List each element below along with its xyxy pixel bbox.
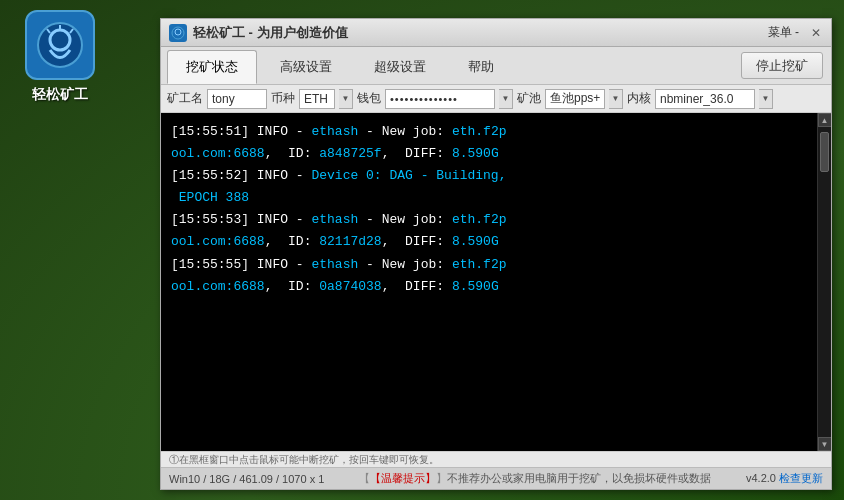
form-bar: 矿工名 币种 ▼ 钱包 ▼ 矿池 ▼ 内核 ▼ [161,85,831,113]
scrollbar-thumb[interactable] [820,132,829,172]
title-bar-left: 轻松矿工 - 为用户创造价值 [169,24,348,42]
console-line: [15:55:52] INFO - Device 0: DAG - Buildi… [171,165,807,187]
bottom-notice: ①在黑框窗口中点击鼠标可能中断挖矿，按回车键即可恢复。 [161,451,831,467]
sys-info: Win10 / 18G / 461.09 / 1070 x 1 [169,473,324,485]
console-line: [15:55:53] INFO - ethash - New job: eth.… [171,209,807,231]
status-bar: Win10 / 18G / 461.09 / 1070 x 1 【【温馨提示】】… [161,467,831,489]
warning-text: 不推荐办公或家用电脑用于挖矿，以免损坏硬件或数据 [447,472,711,484]
nav-bar: 挖矿状态 高级设置 超级设置 帮助 停止挖矿 [161,47,831,85]
console-line: [15:55:51] INFO - ethash - New job: eth.… [171,121,807,143]
scrollbar-up[interactable]: ▲ [818,113,832,127]
app-icon-label: 轻松矿工 [32,86,88,104]
tab-help-label: 帮助 [468,58,494,76]
tab-mining-status-label: 挖矿状态 [186,58,238,76]
coin-label: 币种 [271,90,295,107]
check-update-link[interactable]: 检查更新 [779,472,823,484]
console-line: ool.com:6688, ID: 0a874038, DIFF: 8.590G [171,276,807,298]
title-bar: 轻松矿工 - 为用户创造价值 菜单 - ✕ [161,19,831,47]
console-line: EPOCH 388 [171,187,807,209]
tab-super-settings[interactable]: 超级设置 [355,50,445,84]
wallet-dropdown-arrow[interactable]: ▼ [499,89,513,109]
console-line: [15:55:55] INFO - ethash - New job: eth.… [171,254,807,276]
app-icon-container: 轻松矿工 [10,10,110,104]
wallet-input[interactable] [385,89,495,109]
main-window: 轻松矿工 - 为用户创造价值 菜单 - ✕ 挖矿状态 高级设置 超级设置 帮助 … [160,18,832,490]
console-area: [15:55:51] INFO - ethash - New job: eth.… [161,113,831,451]
console-line: ool.com:6688, ID: a848725f, DIFF: 8.590G [171,143,807,165]
pool-dropdown-arrow[interactable]: ▼ [609,89,623,109]
coin-dropdown-arrow[interactable]: ▼ [339,89,353,109]
tab-advanced-settings[interactable]: 高级设置 [261,50,351,84]
warning-bracket-open: 【 [359,472,370,484]
stop-mining-button[interactable]: 停止挖矿 [741,52,823,79]
core-input[interactable] [655,89,755,109]
title-bar-right: 菜单 - ✕ [768,24,823,41]
pool-input[interactable] [545,89,605,109]
pool-label: 矿池 [517,90,541,107]
tab-advanced-settings-label: 高级设置 [280,58,332,76]
warning-prefix: 【温馨提示】 [370,472,436,484]
miner-name-input[interactable] [207,89,267,109]
scrollbar-track[interactable] [818,127,831,437]
close-button[interactable]: ✕ [809,26,823,40]
console-line: ool.com:6688, ID: 82117d28, DIFF: 8.590G [171,231,807,253]
tab-help[interactable]: 帮助 [449,50,513,84]
coin-input[interactable] [299,89,335,109]
scrollbar[interactable]: ▲ ▼ [817,113,831,451]
console-content: [15:55:51] INFO - ethash - New job: eth.… [161,113,817,451]
tab-mining-status[interactable]: 挖矿状态 [167,50,257,84]
title-icon [169,24,187,42]
window-title: 轻松矿工 - 为用户创造价值 [193,24,348,42]
core-dropdown-arrow[interactable]: ▼ [759,89,773,109]
scrollbar-down[interactable]: ▼ [818,437,832,451]
menu-button[interactable]: 菜单 - [768,24,799,41]
tab-super-settings-label: 超级设置 [374,58,426,76]
warning-bracket-close: 】 [436,472,447,484]
bottom-notice-text: ①在黑框窗口中点击鼠标可能中断挖矿，按回车键即可恢复。 [169,453,439,467]
status-warning: 【【温馨提示】】不推荐办公或家用电脑用于挖矿，以免损坏硬件或数据 [324,471,746,486]
core-label: 内核 [627,90,651,107]
app-icon [25,10,95,80]
version-label: v4.2.0 [746,472,776,484]
wallet-label: 钱包 [357,90,381,107]
miner-label: 矿工名 [167,90,203,107]
version-info: v4.2.0 检查更新 [746,471,823,486]
